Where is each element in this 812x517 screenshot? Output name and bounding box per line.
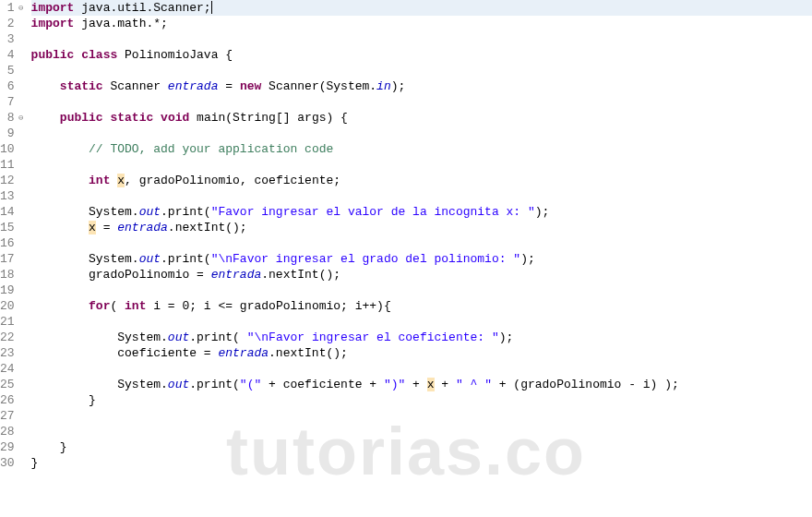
code-token — [31, 79, 60, 93]
code-token: coeficiente = — [31, 346, 219, 360]
code-line[interactable]: System.out.print("Favor ingresar el valo… — [31, 204, 812, 220]
line-number-gutter: 1⊖2345678⊖910111213141516171819202122232… — [0, 0, 30, 471]
code-token: entrada — [117, 221, 168, 234]
code-line[interactable] — [31, 63, 812, 78]
code-token: // — [89, 142, 110, 156]
code-line[interactable]: public static void main(String[] args) { — [31, 110, 812, 126]
code-token: public — [60, 111, 103, 125]
line-number: 16 — [0, 235, 26, 251]
code-token: main(String[] args) { — [189, 111, 348, 125]
line-number: 17 — [0, 251, 26, 267]
line-number: 19 — [0, 283, 26, 298]
code-token: System. — [31, 205, 139, 219]
code-token: System. — [31, 331, 168, 344]
code-token: in — [376, 79, 391, 93]
line-number: 23 — [0, 345, 26, 361]
code-token: } — [31, 393, 96, 407]
code-line[interactable]: System.out.print("(" + coeficiente + ")"… — [31, 377, 812, 392]
code-token: + — [405, 378, 426, 391]
line-number: 26 — [0, 392, 26, 408]
line-number: 15 — [0, 220, 26, 235]
code-line[interactable] — [31, 283, 812, 298]
code-token: System. — [31, 378, 168, 391]
code-token: void — [161, 111, 189, 125]
code-line[interactable]: static Scanner entrada = new Scanner(Sys… — [31, 78, 812, 94]
line-number: 9 — [0, 126, 26, 141]
code-token: ); — [391, 79, 406, 93]
line-number: 29 — [0, 439, 26, 455]
code-line[interactable] — [31, 235, 812, 251]
code-token: out — [168, 378, 189, 391]
code-token: entrada — [211, 268, 262, 282]
code-line[interactable] — [31, 408, 812, 424]
line-number: 6 — [0, 78, 26, 94]
line-number: 5 — [0, 63, 26, 78]
code-editor[interactable]: 1⊖2345678⊖910111213141516171819202122232… — [0, 0, 812, 471]
line-number: 11 — [0, 157, 26, 173]
code-token: = — [218, 79, 239, 93]
code-token: "\nFavor ingresar el coeficiente: " — [247, 331, 499, 344]
code-token: static — [110, 111, 153, 125]
code-token: int — [125, 299, 146, 313]
code-token — [31, 142, 89, 156]
code-token: static — [60, 79, 103, 93]
line-number: 21 — [0, 314, 26, 330]
code-token: .nextInt(); — [269, 346, 348, 360]
code-token: .nextInt(); — [168, 221, 247, 234]
code-line[interactable]: } — [31, 392, 812, 408]
code-line[interactable]: // TODO, add your application code — [31, 141, 812, 157]
code-token — [31, 221, 89, 234]
code-token: TODO — [110, 142, 138, 156]
code-line[interactable]: } — [31, 439, 812, 455]
code-token: entrada — [168, 79, 219, 93]
line-number: 2 — [0, 16, 26, 31]
code-line[interactable]: } — [31, 455, 812, 471]
line-number: 22 — [0, 330, 26, 345]
code-line[interactable]: System.out.print( "\nFavor ingresar el c… — [31, 330, 812, 345]
line-number: 3 — [0, 31, 26, 47]
line-number: 27 — [0, 408, 26, 424]
code-token: gradoPolinomio = — [31, 268, 211, 282]
code-line[interactable]: coeficiente = entrada.nextInt(); — [31, 345, 812, 361]
line-number: 28 — [0, 424, 26, 439]
code-line[interactable] — [31, 94, 812, 110]
code-line[interactable]: for( int i = 0; i <= gradoPolinomio; i++… — [31, 298, 812, 314]
code-line[interactable] — [31, 361, 812, 377]
code-token: ); — [499, 331, 514, 344]
code-line[interactable] — [31, 31, 812, 47]
code-token: " ^ " — [456, 378, 492, 391]
code-line[interactable]: x = entrada.nextInt(); — [31, 220, 812, 235]
code-line[interactable] — [31, 314, 812, 330]
code-token: + coeficiente + — [261, 378, 384, 391]
line-number: 13 — [0, 188, 26, 204]
text-cursor — [211, 1, 212, 14]
code-token: int — [89, 174, 110, 187]
code-line[interactable]: import java.math.*; — [31, 16, 812, 31]
line-number: 20 — [0, 298, 26, 314]
code-line[interactable] — [31, 424, 812, 439]
code-token: public — [31, 48, 75, 62]
code-line[interactable]: System.out.print("\nFavor ingresar el gr… — [31, 251, 812, 267]
code-token: class — [81, 48, 117, 62]
fold-toggle-icon[interactable]: ⊖ — [17, 114, 26, 123]
line-number: 18 — [0, 267, 26, 283]
code-token: PolinomioJava { — [117, 48, 233, 62]
code-token: x — [427, 378, 435, 391]
line-number: 25 — [0, 377, 26, 392]
code-line[interactable]: import java.util.Scanner; — [31, 0, 812, 16]
code-line[interactable]: int x, gradoPolinomio, coeficiente; — [31, 173, 812, 188]
fold-toggle-icon[interactable]: ⊖ — [17, 4, 26, 13]
code-line[interactable] — [31, 157, 812, 173]
code-line[interactable]: public class PolinomioJava { — [31, 47, 812, 63]
code-area[interactable]: import java.util.Scanner;import java.mat… — [30, 0, 812, 471]
code-token: out — [139, 205, 161, 219]
code-token: , add your application code — [139, 142, 334, 156]
code-token: i = 0; i <= gradoPolinomio; i++){ — [146, 299, 390, 313]
code-token: .nextInt(); — [261, 268, 340, 282]
code-line[interactable]: gradoPolinomio = entrada.nextInt(); — [31, 267, 812, 283]
code-token: ); — [520, 252, 535, 266]
code-line[interactable] — [31, 126, 812, 141]
code-token: .print( — [189, 378, 240, 391]
code-line[interactable] — [31, 188, 812, 204]
code-token: "Favor ingresar el valor de la incognita… — [211, 205, 535, 219]
